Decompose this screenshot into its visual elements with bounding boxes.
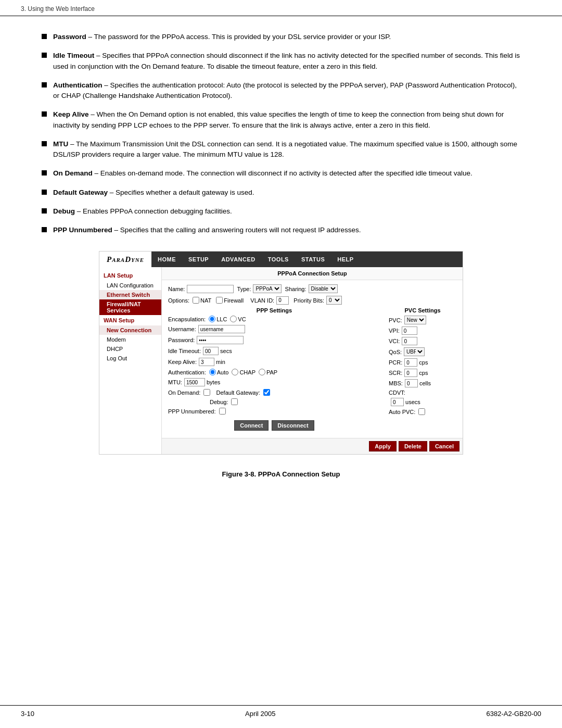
auth-pap-radio[interactable] <box>259 369 265 375</box>
nav-items: HOME SETUP ADVANCED TOOLS STATUS HELP <box>151 253 360 266</box>
vlan-input[interactable] <box>276 296 289 305</box>
delete-button[interactable]: Delete <box>399 441 427 451</box>
sharing-label: Sharing: <box>285 286 306 292</box>
vpi-label: VPI: <box>389 328 400 334</box>
bullet-item: MTU – The Maximum Transmission Unit the … <box>42 139 520 160</box>
username-input[interactable] <box>198 325 245 333</box>
form-row-pppun: PPP Unnumbered: <box>168 408 380 415</box>
nat-checkbox[interactable] <box>193 297 199 304</box>
auth-pap-label: PAP <box>266 369 277 375</box>
cdvt-input[interactable] <box>391 398 404 406</box>
keepalive-input[interactable] <box>199 358 214 366</box>
bullet-icon <box>42 34 47 39</box>
nat-label: NAT <box>200 297 211 304</box>
pvc-row-pcr: PCR: cps <box>389 358 456 367</box>
type-select[interactable]: PPPoA <box>253 284 282 293</box>
pvc-settings-title: PVC Settings <box>389 307 456 313</box>
bullet-icon <box>42 208 47 214</box>
nav-tools[interactable]: TOOLS <box>262 253 295 266</box>
pvc-row-cdvt-val: usecs <box>389 398 456 406</box>
mtu-unit: bytes <box>207 379 220 385</box>
form-row-name: Name: Type: PPPoA Sharing: Disable <box>168 284 456 293</box>
priority-select[interactable]: 0 <box>326 296 342 305</box>
pvc-row-vpi: VPI: <box>389 327 456 335</box>
pvc-row-scr: SCR: cps <box>389 369 456 377</box>
idle-input[interactable] <box>203 347 219 355</box>
bullet-icon <box>42 53 47 58</box>
sidebar-section-lan: LAN Setup <box>99 270 161 281</box>
sidebar-item-logout[interactable]: Log Out <box>99 354 161 363</box>
vci-label: VCI: <box>389 338 400 344</box>
debug-label: Debug: <box>210 399 228 405</box>
footer-date: April 2005 <box>245 710 276 718</box>
sidebar-item-new-connection[interactable]: New Connection <box>99 325 161 335</box>
sidebar-item-ethernet-switch[interactable]: Ethernet Switch <box>99 290 161 299</box>
disconnect-button[interactable]: Disconnect <box>272 420 314 431</box>
sidebar-item-modem[interactable]: Modem <box>99 335 161 344</box>
pvc-row-cdvt: CDVT: <box>389 390 456 396</box>
autopvc-checkbox[interactable] <box>418 408 425 415</box>
ondemand-checkbox[interactable] <box>203 389 210 396</box>
apply-button[interactable]: Apply <box>369 441 397 451</box>
vpi-input[interactable] <box>402 327 417 335</box>
pcr-input[interactable] <box>404 358 417 367</box>
enc-vc-radio[interactable] <box>230 316 237 322</box>
defaultgw-checkbox[interactable] <box>263 389 270 396</box>
nav-status[interactable]: STATUS <box>295 253 331 266</box>
bullet-item: Password – The password for the PPPoA ac… <box>42 32 520 42</box>
form-row-auth: Authentication: Auto CHAP PAP <box>168 369 380 375</box>
enc-llc-radio[interactable] <box>209 316 215 322</box>
form-row-keepalive: Keep Alive: min <box>168 358 380 366</box>
page-number: 3-10 <box>21 710 34 718</box>
ui-screenshot: PARADYNE HOME SETUP ADVANCED TOOLS STATU… <box>99 251 463 455</box>
bullet-text: Password – The password for the PPPoA ac… <box>53 32 391 42</box>
form-row-encap: Encapsulation: LLC VC <box>168 316 380 322</box>
pppun-checkbox[interactable] <box>219 408 226 415</box>
form-area: Name: Type: PPPoA Sharing: Disable <box>162 280 463 438</box>
sidebar-item-dhcp[interactable]: DHCP <box>99 344 161 354</box>
connect-button[interactable]: Connect <box>234 420 269 431</box>
mbs-unit: cells <box>419 380 431 386</box>
pvc-select[interactable]: New <box>404 316 426 324</box>
pcr-unit: cps <box>419 359 428 366</box>
debug-checkbox[interactable] <box>231 398 238 405</box>
autopvc-label: Auto PVC: <box>389 409 415 415</box>
section-title: PPPoA Connection Setup <box>162 267 463 280</box>
connect-disconnect-row: Connect Disconnect <box>168 417 380 434</box>
firewall-checkbox[interactable] <box>216 297 223 304</box>
nav-advanced[interactable]: ADVANCED <box>215 253 262 266</box>
scr-input[interactable] <box>404 369 417 377</box>
qos-select[interactable]: UBR <box>404 347 425 356</box>
encap-label: Encapsulation: <box>168 316 206 322</box>
vci-input[interactable] <box>402 337 417 345</box>
sidebar-item-lan-config[interactable]: LAN Configuration <box>99 281 161 290</box>
nav-setup[interactable]: SETUP <box>182 253 215 266</box>
bottom-btn-row: Apply Delete Cancel <box>162 438 463 454</box>
idle-unit: secs <box>220 348 232 354</box>
nav-help[interactable]: HELP <box>331 253 360 266</box>
password-input[interactable] <box>197 336 244 344</box>
cdvt-unit: usecs <box>405 399 420 405</box>
cancel-button[interactable]: Cancel <box>429 441 459 451</box>
sidebar-section-wan: WAN Setup <box>99 315 161 325</box>
options-label: Options: <box>168 297 189 304</box>
password-label: Password: <box>168 337 195 343</box>
cdvt-label: CDVT: <box>389 390 405 396</box>
auth-auto-radio[interactable] <box>209 369 216 375</box>
sharing-select[interactable]: Disable <box>309 284 338 293</box>
bullet-icon <box>42 170 47 175</box>
nav-home[interactable]: HOME <box>151 253 182 266</box>
bullet-icon <box>42 190 47 195</box>
auth-auto-label: Auto <box>217 369 229 375</box>
bullet-text: PPP Unnumbered – Specifies that the call… <box>53 225 361 235</box>
auth-chap-radio[interactable] <box>232 369 238 375</box>
mtu-input[interactable] <box>184 378 205 386</box>
bullet-text: Idle Timeout – Specifies that PPPoA conn… <box>53 51 520 72</box>
name-input[interactable] <box>187 285 234 293</box>
mbs-input[interactable] <box>405 379 418 387</box>
username-label: Username: <box>168 326 196 332</box>
pvc-row-qos: QoS: UBR <box>389 347 456 356</box>
form-row-idle: Idle Timeout: secs <box>168 347 380 355</box>
page-footer: 3-10 April 2005 6382-A2-GB20-00 <box>0 705 562 718</box>
sidebar-item-firewall-nat[interactable]: Firewall/NAT Services <box>99 299 161 315</box>
